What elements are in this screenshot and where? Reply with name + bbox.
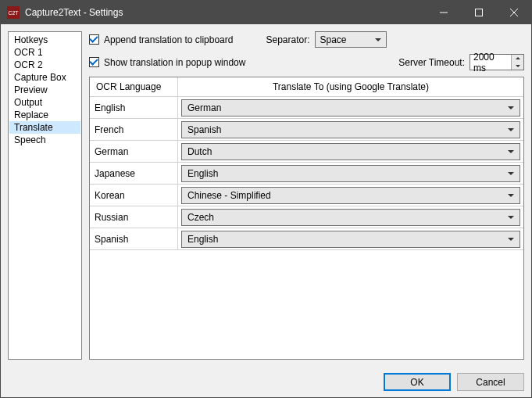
target-select[interactable]: English: [181, 231, 520, 248]
timeout-down-button[interactable]: [512, 63, 523, 70]
minimize-button[interactable]: [426, 1, 461, 24]
table-row: EnglishGerman: [90, 97, 523, 119]
sidebar-item-speech[interactable]: Speech: [9, 134, 80, 146]
lang-cell: Japanese: [90, 163, 178, 184]
show-popup-label: Show translation in popup window: [104, 57, 245, 68]
separator-select[interactable]: Space: [315, 31, 387, 48]
close-button[interactable]: [496, 1, 531, 24]
lang-cell: Korean: [90, 185, 178, 206]
separator-label: Separator:: [266, 34, 309, 45]
timeout-value[interactable]: 2000 ms: [470, 55, 511, 70]
sidebar-item-capture-box[interactable]: Capture Box: [9, 71, 80, 84]
timeout-label: Server Timeout:: [398, 57, 465, 68]
target-select[interactable]: Dutch: [181, 143, 520, 160]
table-row: JapaneseEnglish: [90, 163, 523, 185]
target-select[interactable]: English: [181, 165, 520, 182]
table-row: RussianCzech: [90, 206, 523, 228]
table-row: SpanishEnglish: [90, 228, 523, 250]
maximize-button[interactable]: [461, 1, 496, 24]
sidebar-item-preview[interactable]: Preview: [9, 84, 80, 96]
main-panel: Append translation to clipboard Separato…: [89, 31, 524, 360]
append-clipboard-checkbox[interactable]: [89, 34, 99, 45]
target-cell: Chinese - Simplified: [178, 185, 523, 206]
titlebar: C2T Capture2Text - Settings: [1, 1, 531, 24]
table-row: KoreanChinese - Simplified: [90, 185, 523, 206]
append-clipboard-label: Append translation to clipboard: [104, 34, 233, 45]
table-row: GermanDutch: [90, 141, 523, 163]
svg-rect-1: [475, 9, 482, 16]
target-cell: Dutch: [178, 141, 523, 162]
sidebar-item-translate[interactable]: Translate: [9, 121, 80, 134]
lang-cell: English: [90, 97, 178, 118]
timeout-spinner[interactable]: 2000 ms: [470, 54, 524, 70]
sidebar-item-output[interactable]: Output: [9, 96, 80, 109]
settings-window: C2T Capture2Text - Settings HotkeysOCR 1…: [0, 0, 532, 398]
table-row: FrenchSpanish: [90, 119, 523, 141]
app-icon: C2T: [7, 6, 20, 19]
column-header-lang: OCR Language: [90, 77, 178, 96]
translate-table: OCR Language Translate To (using Google …: [89, 77, 524, 360]
sidebar-item-ocr-1[interactable]: OCR 1: [9, 46, 80, 59]
timeout-up-button[interactable]: [512, 55, 523, 63]
sidebar: HotkeysOCR 1OCR 2Capture BoxPreviewOutpu…: [8, 31, 82, 360]
lang-cell: Russian: [90, 206, 178, 228]
target-select[interactable]: Chinese - Simplified: [181, 187, 520, 204]
target-cell: English: [178, 163, 523, 184]
sidebar-item-replace[interactable]: Replace: [9, 109, 80, 121]
lang-cell: German: [90, 141, 178, 162]
target-cell: Czech: [178, 206, 523, 228]
target-cell: English: [178, 228, 523, 249]
target-select[interactable]: German: [181, 99, 520, 117]
ok-button[interactable]: OK: [384, 373, 451, 391]
target-select[interactable]: Czech: [181, 209, 520, 226]
target-cell: German: [178, 97, 523, 118]
lang-cell: Spanish: [90, 228, 178, 249]
show-popup-checkbox[interactable]: [89, 57, 99, 67]
lang-cell: French: [90, 119, 178, 140]
target-cell: Spanish: [178, 119, 523, 140]
sidebar-item-ocr-2[interactable]: OCR 2: [9, 59, 80, 71]
target-select[interactable]: Spanish: [181, 121, 520, 138]
window-title: Capture2Text - Settings: [25, 7, 426, 18]
column-header-target: Translate To (using Google Translate): [178, 77, 523, 96]
cancel-button[interactable]: Cancel: [457, 373, 524, 391]
sidebar-item-hotkeys[interactable]: Hotkeys: [9, 34, 80, 46]
